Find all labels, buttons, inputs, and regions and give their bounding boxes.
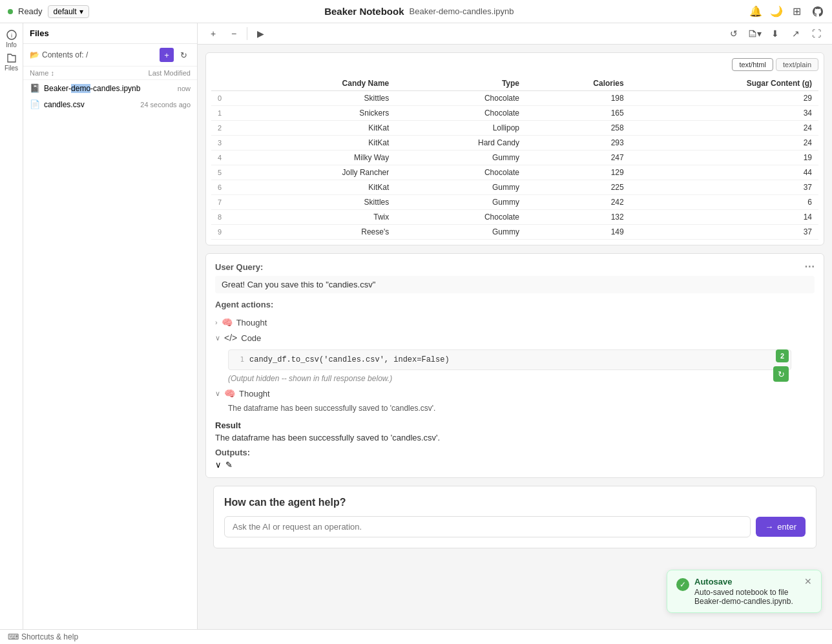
enter-arrow-icon: → xyxy=(765,522,773,532)
table-view-tabs: text/html text/plain xyxy=(211,58,818,71)
calories-cell: 225 xyxy=(526,180,630,195)
thought2-label: Thought xyxy=(239,389,270,399)
main-layout: i Info Files Files 📂 Contents of: / + ↻ xyxy=(0,23,832,629)
agent-actions-header: Agent actions: xyxy=(215,300,815,309)
toast-close-button[interactable]: ✕ xyxy=(804,577,812,586)
candy-name-cell: Skittles xyxy=(252,91,396,106)
data-table-cell: text/html text/plain Candy Name Type Cal… xyxy=(206,53,824,245)
shortcuts-help-link[interactable]: Shortcuts & help xyxy=(21,632,78,641)
type-cell: Gummy xyxy=(395,225,526,240)
type-cell: Chocolate xyxy=(395,106,526,121)
thought1-label: Thought xyxy=(236,318,267,327)
result-section: Result The dataframe has been successful… xyxy=(215,421,815,470)
code-row[interactable]: ∨ </> Code xyxy=(215,330,815,346)
table-row: 5 Jolly Rancher Chocolate 129 44 xyxy=(211,165,818,180)
moon-icon[interactable]: 🌙 xyxy=(770,5,783,18)
candy-name-cell: Reese's xyxy=(252,225,396,240)
candy-name-cell: Milky Way xyxy=(252,151,396,165)
output-hidden-note: (Output hidden -- shown in full response… xyxy=(228,374,815,383)
app-title: Beaker Notebook xyxy=(324,6,404,17)
file-item-notebook[interactable]: 📓 Beaker-demo-candles.ipynb now xyxy=(23,80,197,96)
chevron-down-icon3[interactable]: ∨ xyxy=(215,460,222,470)
add-cell-button[interactable]: + xyxy=(205,26,221,41)
code-block: 1 candy_df.to_csv('candles.csv', index=F… xyxy=(228,349,791,370)
type-cell: Chocolate xyxy=(395,210,526,225)
candy-name-cell: KitKat xyxy=(252,136,396,151)
type-cell: Chocolate xyxy=(395,165,526,180)
github-icon[interactable] xyxy=(811,5,824,18)
table-row: 4 Milky Way Gummy 247 19 xyxy=(211,151,818,165)
type-cell: Gummy xyxy=(395,151,526,165)
files-panel-subheader: 📂 Contents of: / + ↻ xyxy=(23,44,197,67)
sidebar-item-info[interactable]: i Info xyxy=(1,28,22,49)
download-icon[interactable]: ⬇ xyxy=(767,26,783,41)
candy-name-cell: KitKat xyxy=(252,121,396,136)
brain-icon: 🧠 xyxy=(222,317,233,327)
file-item-csv[interactable]: 📄 candles.csv 24 seconds ago xyxy=(23,96,197,112)
line-number: 1 xyxy=(234,355,244,364)
row-idx: 8 xyxy=(211,210,252,225)
contents-path: Contents of: / xyxy=(42,50,88,59)
col-header-idx xyxy=(211,76,252,91)
sugar-cell: 29 xyxy=(630,91,818,106)
user-query-text: Great! Can you save this to "candies.csv… xyxy=(215,276,815,293)
run-code-button[interactable]: ↻ xyxy=(773,366,789,382)
table-row: 1 Snickers Chocolate 165 34 xyxy=(211,106,818,121)
file-name-csv: candles.csv xyxy=(44,100,85,109)
ask-agent-button[interactable]: → enter xyxy=(756,517,806,537)
ask-agent-input[interactable] xyxy=(224,516,751,537)
calories-cell: 293 xyxy=(526,136,630,151)
tab-text-plain[interactable]: text/plain xyxy=(776,58,818,71)
files-label: Files xyxy=(5,65,18,72)
file-item-left: 📓 Beaker-demo-candles.ipynb xyxy=(30,83,140,93)
user-query-header: User Query: ⋯ xyxy=(215,262,815,272)
sugar-cell: 14 xyxy=(630,210,818,225)
grid-icon[interactable]: ⊞ xyxy=(791,5,804,18)
more-options-button[interactable]: ⋯ xyxy=(804,262,815,272)
bottom-bar: ⌨ Shortcuts & help xyxy=(0,629,832,644)
sidebar-icons: i Info Files xyxy=(0,23,23,629)
info-label: Info xyxy=(6,41,17,48)
thought1-row[interactable]: › 🧠 Thought xyxy=(215,315,815,330)
toast-content: Autosave Auto-saved notebook to file Bea… xyxy=(694,577,799,606)
row-idx: 9 xyxy=(211,225,252,240)
row-idx: 2 xyxy=(211,121,252,136)
type-cell: Gummy xyxy=(395,195,526,210)
calories-cell: 132 xyxy=(526,210,630,225)
fullscreen-icon[interactable]: ⛶ xyxy=(809,26,824,41)
type-cell: Gummy xyxy=(395,180,526,195)
tab-text-html[interactable]: text/html xyxy=(732,58,773,71)
edit-icon[interactable]: ✎ xyxy=(225,460,233,470)
code-icon: </> xyxy=(224,333,237,343)
refresh-button[interactable]: ↻ xyxy=(176,48,191,62)
chevron-down-icon: ∨ xyxy=(215,334,220,342)
row-idx: 4 xyxy=(211,151,252,165)
remove-cell-button[interactable]: − xyxy=(226,26,242,41)
topbar-right: 🔔 🌙 ⊞ xyxy=(749,5,824,18)
notebook-area: + − ▶ ↺ ▾ ⬇ ↗ ⛶ text/html xyxy=(198,23,832,629)
row-idx: 3 xyxy=(211,136,252,151)
save-dropdown-button[interactable]: ▾ xyxy=(747,26,762,41)
candy-name-cell: Skittles xyxy=(252,195,396,210)
code-content[interactable]: candy_df.to_csv('candles.csv', index=Fal… xyxy=(249,355,785,364)
table-row: 6 KitKat Gummy 225 37 xyxy=(211,180,818,195)
candy-data-table: Candy Name Type Calories Sugar Content (… xyxy=(211,76,818,240)
agent-cell: User Query: ⋯ Great! Can you save this t… xyxy=(205,253,824,478)
calories-cell: 198 xyxy=(526,91,630,106)
sort-icon[interactable]: ↕ xyxy=(50,69,54,77)
sidebar-item-files[interactable]: Files xyxy=(1,52,22,72)
col-header-candy-name: Candy Name xyxy=(252,76,396,91)
share-icon[interactable]: ↗ xyxy=(788,26,804,41)
bell-icon[interactable]: 🔔 xyxy=(749,5,762,18)
restart-icon[interactable]: ↺ xyxy=(726,26,742,41)
col-header-sugar: Sugar Content (g) xyxy=(630,76,818,91)
thought2-row[interactable]: ∨ 🧠 Thought xyxy=(215,386,815,401)
sugar-cell: 24 xyxy=(630,121,818,136)
notebook-icon: 📓 xyxy=(30,83,40,93)
new-file-button[interactable]: + xyxy=(160,48,174,62)
col-header-calories: Calories xyxy=(526,76,630,91)
chevron-down-icon2: ∨ xyxy=(215,390,220,398)
run-cell-button[interactable]: ▶ xyxy=(253,26,268,41)
row-idx: 7 xyxy=(211,195,252,210)
branch-selector[interactable]: default ▾ xyxy=(48,5,89,18)
